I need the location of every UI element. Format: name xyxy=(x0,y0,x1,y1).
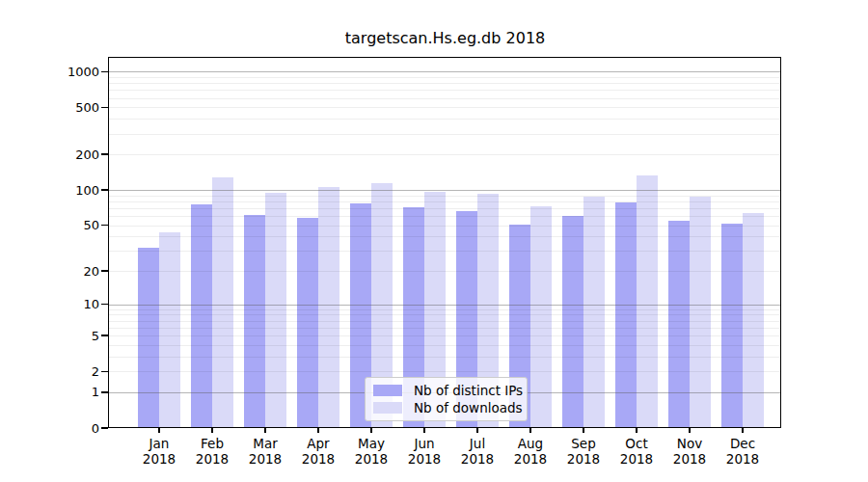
gridline-minor xyxy=(109,236,781,237)
gridline-minor xyxy=(109,309,781,310)
gridline-minor xyxy=(109,90,781,91)
x-tick-label: Mar 2018 xyxy=(236,436,294,467)
gridline-minor xyxy=(109,321,781,322)
bar-distinct-ips xyxy=(562,216,583,428)
y-tick-label: 1000 xyxy=(0,66,99,78)
y-tick-label: 100 xyxy=(0,184,99,197)
gridline-minor xyxy=(109,77,781,78)
x-tick-label: Jul 2018 xyxy=(448,436,506,467)
bar-distinct-ips xyxy=(297,218,318,428)
x-tick-label: May 2018 xyxy=(342,436,400,467)
gridline-minor xyxy=(109,314,781,315)
x-tick-mark xyxy=(317,428,318,433)
y-tick-label: 200 xyxy=(0,148,99,161)
x-tick-mark xyxy=(264,428,265,433)
y-tick-mark xyxy=(101,71,108,72)
x-tick-mark xyxy=(529,428,530,433)
gridline-major xyxy=(109,71,781,72)
y-tick-mark xyxy=(101,391,108,392)
bar-distinct-ips xyxy=(138,248,159,428)
y-tick-label: 2 xyxy=(0,365,99,378)
gridline-major xyxy=(109,305,781,306)
y-tick-label: 0 xyxy=(0,422,99,435)
gridline-minor xyxy=(109,196,781,197)
x-tick-mark xyxy=(211,428,212,433)
gridline-minor xyxy=(109,134,781,135)
x-tick-mark xyxy=(476,428,477,433)
legend-swatch-downloads xyxy=(373,402,402,414)
y-tick-mark xyxy=(101,270,108,271)
y-tick-label: 10 xyxy=(0,298,99,310)
gridline-minor xyxy=(109,271,781,272)
chart-title: targetscan.Hs.eg.db 2018 xyxy=(109,29,781,47)
y-tick-label: 500 xyxy=(0,101,99,114)
gridline-minor xyxy=(109,345,781,346)
y-tick-mark xyxy=(101,304,108,305)
gridline-minor xyxy=(109,201,781,202)
gridline-minor xyxy=(109,226,781,227)
x-tick-mark xyxy=(689,428,690,433)
x-tick-label: Apr 2018 xyxy=(289,436,347,467)
y-tick-label: 5 xyxy=(0,330,99,342)
y-tick-label: 20 xyxy=(0,265,99,278)
y-tick-mark xyxy=(101,189,108,190)
x-tick-mark xyxy=(370,428,371,433)
bar-distinct-ips xyxy=(721,224,743,428)
y-tick-mark xyxy=(101,153,108,154)
gridline-minor xyxy=(109,335,781,336)
bar-distinct-ips xyxy=(191,204,212,428)
bar-downloads xyxy=(583,197,605,428)
plot-area xyxy=(109,58,781,428)
x-tick-mark xyxy=(583,428,583,433)
x-tick-label: Dec 2018 xyxy=(714,436,772,467)
legend-item-downloads: Nb of downloads xyxy=(373,401,519,415)
x-tick-mark xyxy=(742,428,743,433)
x-tick-mark xyxy=(423,428,424,433)
x-tick-mark xyxy=(636,428,637,433)
x-tick-label: Oct 2018 xyxy=(608,436,665,467)
legend-swatch-distinct-ips xyxy=(373,385,402,396)
x-tick-mark xyxy=(158,428,159,433)
legend: Nb of distinct IPs Nb of downloads xyxy=(365,377,528,421)
legend-label-distinct-ips: Nb of distinct IPs xyxy=(414,384,523,397)
y-tick-mark xyxy=(101,335,108,335)
gridline-minor xyxy=(109,251,781,252)
bar-downloads xyxy=(637,175,658,428)
gridline-minor xyxy=(109,154,781,155)
bar-downloads xyxy=(159,232,180,428)
x-tick-label: Jan 2018 xyxy=(130,436,188,467)
y-tick-mark xyxy=(101,371,108,372)
legend-label-downloads: Nb of downloads xyxy=(414,401,523,415)
gridline-minor xyxy=(109,83,781,84)
x-tick-label: Feb 2018 xyxy=(183,436,241,467)
legend-item-distinct-ips: Nb of distinct IPs xyxy=(373,384,519,397)
x-tick-label: Sep 2018 xyxy=(555,436,612,467)
gridline-minor xyxy=(109,357,781,358)
y-tick-label: 50 xyxy=(0,219,99,231)
gridline-minor xyxy=(109,216,781,217)
y-tick-label: 1 xyxy=(0,386,99,398)
gridline-minor xyxy=(109,107,781,108)
bar-downloads xyxy=(530,206,552,428)
bar-downloads xyxy=(212,177,233,428)
gridline-minor xyxy=(109,119,781,120)
gridline-minor xyxy=(109,208,781,209)
y-tick-mark xyxy=(101,427,108,428)
y-tick-mark xyxy=(101,225,108,226)
x-tick-label: Jun 2018 xyxy=(395,436,453,467)
gridline-minor xyxy=(109,98,781,99)
gridline-minor xyxy=(109,328,781,329)
x-tick-label: Aug 2018 xyxy=(502,436,559,467)
download-stats-chart: targetscan.Hs.eg.db 2018 012510205010020… xyxy=(0,0,868,482)
gridline-minor xyxy=(109,371,781,372)
bar-downloads xyxy=(690,197,711,428)
gridline-major xyxy=(109,190,781,191)
y-tick-mark xyxy=(101,107,108,108)
x-tick-label: Nov 2018 xyxy=(661,436,719,467)
